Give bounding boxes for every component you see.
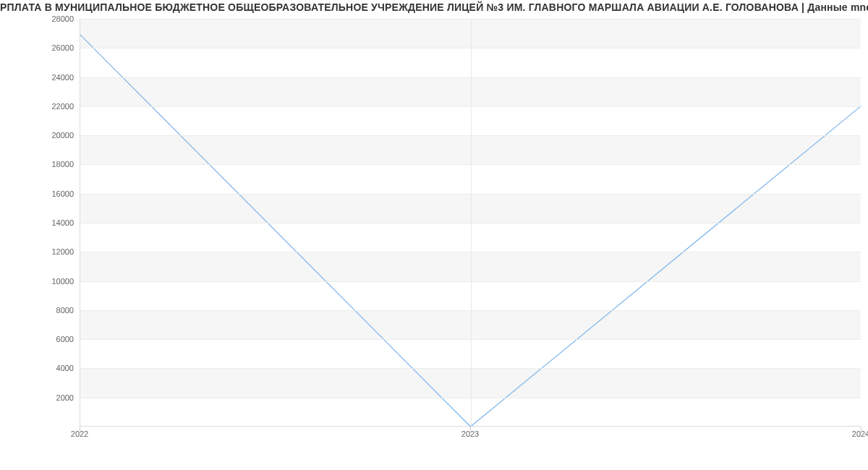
y-tick-label: 26000 — [9, 43, 74, 52]
y-tick-label: 18000 — [9, 160, 74, 168]
y-tick-label: 6000 — [9, 335, 74, 343]
y-tick-label: 28000 — [9, 14, 74, 23]
x-tick-label: 2022 — [71, 430, 88, 438]
y-tick-label: 4000 — [9, 364, 74, 372]
y-tick-label: 22000 — [9, 102, 74, 111]
y-tick-label: 12000 — [9, 247, 74, 256]
y-tick-label: 24000 — [9, 73, 74, 82]
y-tick-label: 8000 — [9, 306, 74, 315]
x-tick-label: 2023 — [461, 430, 479, 438]
x-tick-label: 2024 — [852, 430, 868, 438]
y-tick-label: 16000 — [9, 189, 74, 198]
chart-title: РПЛАТА В МУНИЦИПАЛЬНОЕ БЮДЖЕТНОЕ ОБЩЕОБР… — [0, 1, 868, 13]
chart-container: РПЛАТА В МУНИЦИПАЛЬНОЕ БЮДЖЕТНОЕ ОБЩЕОБР… — [0, 0, 868, 470]
y-tick-label: 20000 — [9, 131, 74, 140]
x-gridline — [471, 19, 472, 427]
plot-area — [80, 19, 861, 427]
y-tick-label: 14000 — [9, 218, 74, 227]
y-tick-label: 10000 — [9, 277, 74, 286]
y-tick-label: 2000 — [9, 393, 74, 402]
